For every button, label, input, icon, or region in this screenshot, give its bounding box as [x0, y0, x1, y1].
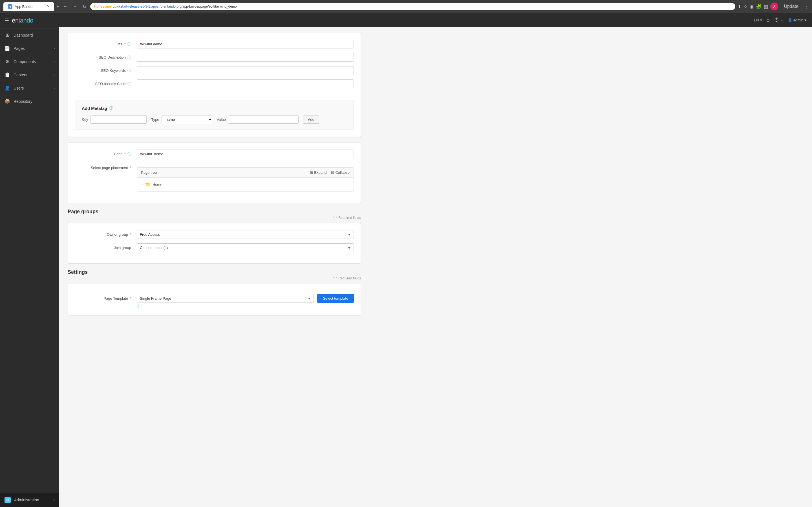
sidebar-item-pages[interactable]: 📄 Pages ›	[0, 42, 59, 55]
extensions-button[interactable]: 🧩	[756, 4, 762, 9]
page-template-select[interactable]: Single Frame Page	[137, 294, 314, 303]
owner-group-label: Owner group *	[75, 232, 137, 237]
bookmark-button[interactable]: ☆	[744, 4, 748, 9]
sidebar-item-content[interactable]: 📋 Content ›	[0, 68, 59, 81]
seo-friendly-label: SEO-friendly Code ⓘ	[75, 81, 137, 87]
owner-group-row: Owner group * Free Access	[75, 230, 354, 239]
sidebar-item-label: Dashboard	[13, 33, 55, 38]
sidebar-toggle-button[interactable]: ▤	[764, 4, 768, 9]
page-placement-tree-wrapper: Page tree ⊞ Expand ⊟ Collapse	[137, 163, 354, 191]
pages-icon: 📄	[4, 46, 10, 51]
code-input[interactable]	[137, 150, 354, 158]
settings-required-note: * * Required fields	[68, 276, 361, 280]
owner-group-select[interactable]: Free Access	[137, 230, 354, 239]
required-star: *	[130, 232, 131, 237]
update-button[interactable]: Update	[780, 3, 802, 10]
clock-icon[interactable]: ⏱ ▾	[774, 17, 783, 23]
page-template-row: Page Template * Single Frame Page Select…	[75, 294, 354, 303]
add-metatag-button[interactable]: Add	[303, 115, 319, 124]
forward-button[interactable]: →	[71, 3, 79, 10]
collapse-button[interactable]: ⊟ Collapse	[331, 170, 350, 175]
metatag-value-input[interactable]	[228, 115, 299, 124]
seo-friendly-row: SEO-friendly Code ⓘ	[75, 79, 354, 88]
title-row: Title * ⓘ	[75, 40, 354, 48]
language-selector[interactable]: EN ▾	[754, 18, 762, 22]
menu-button[interactable]: ⋮	[804, 4, 809, 9]
required-star: *	[130, 166, 131, 170]
sidebar-item-repository[interactable]: 📦 Repository	[0, 95, 59, 108]
browser-action-buttons: ⬆ ☆ ◉ 🧩 ▤ A Update ⋮	[738, 3, 809, 10]
address-bar[interactable]: Not Secure quickstart-release-e6-3-2.app…	[90, 3, 735, 10]
seo-friendly-info-icon[interactable]: ⓘ	[128, 81, 131, 87]
new-tab-button[interactable]: +	[56, 4, 59, 10]
chevron-right-icon: ›	[54, 73, 55, 77]
metatag-type-field: Type name http-equiv property	[151, 115, 212, 124]
reload-button[interactable]: ↻	[81, 3, 88, 10]
code-info-icon[interactable]: ⓘ	[128, 152, 131, 157]
share-button[interactable]: ⬆	[738, 4, 741, 9]
title-label: Title * ⓘ	[75, 42, 137, 47]
settings-heading: Settings	[68, 269, 361, 275]
metatag-key-input[interactable]	[90, 115, 147, 124]
placement-tree-body: › 📁 Home	[137, 178, 354, 191]
seo-keywords-info-icon[interactable]: ⓘ	[128, 68, 131, 73]
metatag-value-field: Value	[217, 115, 299, 124]
components-icon: ⚙	[4, 59, 10, 64]
metatag-section: Add Metatag ⓘ Key Type name	[75, 100, 354, 130]
security-warning: Not Secure	[94, 4, 111, 8]
content-icon: 📋	[4, 72, 10, 77]
seo-keywords-input[interactable]	[137, 66, 354, 75]
tab-close-button[interactable]: ×	[47, 4, 50, 9]
metatag-key-field: Key	[82, 115, 147, 124]
administration-icon: ⚙	[4, 497, 11, 503]
hamburger-menu[interactable]: ☰	[4, 17, 9, 24]
seo-description-input[interactable]	[137, 53, 354, 62]
sidebar-item-components[interactable]: ⚙ Components ›	[0, 55, 59, 68]
back-button[interactable]: ←	[62, 3, 70, 10]
page-placement-tree: Page tree ⊞ Expand ⊟ Collapse	[137, 167, 354, 191]
required-star: *	[124, 152, 126, 156]
title-input[interactable]	[137, 40, 354, 48]
page-template-label: Page Template *	[75, 296, 137, 300]
section-divider	[75, 94, 354, 94]
user-menu[interactable]: 👤 admin ▾	[788, 18, 806, 22]
page-placement-row: Select page placement * Page tree ⊞	[75, 163, 354, 191]
user-avatar[interactable]: A	[770, 3, 778, 10]
settings-form: Page Template * Single Frame Page Select…	[68, 284, 361, 316]
metatag-value-label: Value	[217, 117, 226, 122]
main-content: Title * ⓘ SEO Description ⓘ	[59, 27, 812, 507]
browser-chrome: e App Builder × + ← → ↻ Not Secure quick…	[0, 0, 812, 13]
metatag-info-icon[interactable]: ⓘ	[109, 106, 113, 111]
content-wrapper: Title * ⓘ SEO Description ⓘ	[59, 27, 369, 327]
home-icon[interactable]: ⌂	[767, 17, 770, 23]
metatag-title: Add Metatag ⓘ	[82, 106, 347, 111]
chevron-right-icon: ›	[54, 60, 55, 64]
placement-header: Page tree ⊞ Expand ⊟ Collapse	[137, 168, 354, 178]
expand-button[interactable]: ⊞ Expand	[310, 170, 326, 175]
settings-section: Settings * * Required fields Page Templa…	[68, 269, 361, 316]
page-tree-label: Page tree	[141, 170, 157, 175]
join-group-select[interactable]: Choose option(s)	[137, 243, 354, 252]
select-template-button[interactable]: Select template	[317, 294, 354, 303]
seo-friendly-input[interactable]	[137, 79, 354, 88]
users-icon: 👤	[4, 86, 10, 91]
title-info-icon[interactable]: ⓘ	[128, 42, 131, 47]
sidebar-item-administration[interactable]: ⚙ Administration ›	[0, 493, 59, 507]
metatag-type-select[interactable]: name http-equiv property	[161, 115, 212, 124]
dashboard-icon: ⊞	[4, 33, 10, 38]
tree-item-home[interactable]: › 📁 Home	[141, 180, 350, 188]
sidebar-item-users[interactable]: 👤 Users ›	[0, 81, 59, 95]
sidebar-item-dashboard[interactable]: ⊞ Dashboard	[0, 29, 59, 42]
seo-description-info-icon[interactable]: ⓘ	[128, 55, 131, 60]
tree-arrow-icon: ›	[142, 182, 143, 186]
seo-description-row: SEO Description ⓘ	[75, 53, 354, 62]
info-circle-icon: ⓘ	[137, 304, 140, 308]
chevron-right-icon: ›	[53, 498, 55, 502]
sidebar-item-label: Users	[13, 86, 50, 91]
profile-button[interactable]: ◉	[750, 4, 754, 9]
code-row: Code * ⓘ	[75, 150, 354, 158]
metatag-key-label: Key	[82, 117, 88, 122]
chevron-right-icon: ›	[54, 86, 55, 90]
repository-icon: 📦	[4, 99, 10, 104]
browser-tab[interactable]: e App Builder ×	[3, 2, 54, 11]
